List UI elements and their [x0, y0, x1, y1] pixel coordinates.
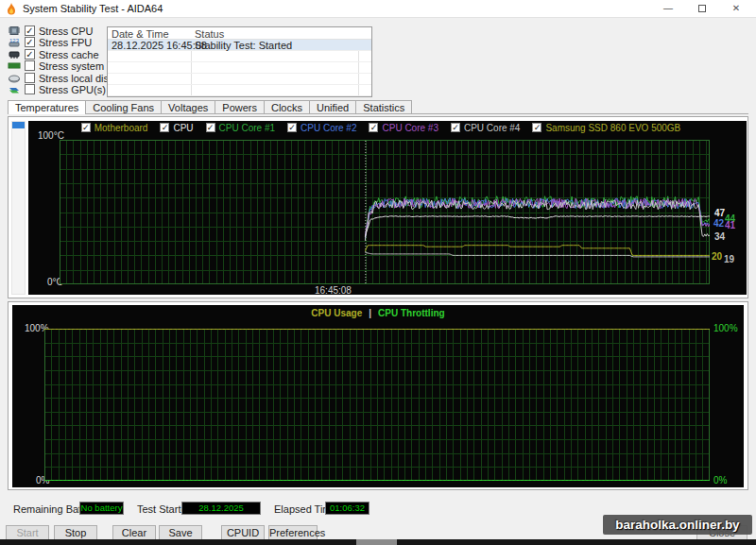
watermark: baraholka.onliner.by	[603, 515, 752, 535]
stress-option-label: Stress CPU	[39, 26, 93, 37]
cell-datetime: 28.12.2025 16:45:08	[112, 40, 207, 51]
temperature-graph-panel: ✓Motherboard✓CPU✓CPU Core #1✓CPU Core #2…	[8, 116, 748, 298]
tab-voltages[interactable]: Voltages	[161, 100, 215, 113]
tab-statistics[interactable]: Statistics	[355, 100, 412, 113]
current-value-label: 47	[714, 208, 725, 218]
time-marker-label: 16:45:08	[315, 285, 352, 296]
table-row-empty	[108, 51, 371, 62]
fpu-icon: 123	[8, 37, 21, 47]
stress-checkbox[interactable]: ✓	[25, 26, 35, 36]
table-header: Date & TimeStatus	[108, 27, 371, 40]
tab-cooling-fans[interactable]: Cooling Fans	[85, 100, 162, 113]
graph-legend: ✓Motherboard✓CPU✓CPU Core #1✓CPU Core #2…	[28, 122, 733, 133]
current-value-label: 42	[713, 218, 724, 229]
battery-value: No battery	[79, 502, 124, 515]
aida64-flame-icon	[6, 3, 17, 15]
legend-checkbox[interactable]: ✓	[81, 123, 91, 132]
usage-title-part: |	[369, 308, 371, 318]
legend-item: ✓CPU Core #1	[206, 123, 275, 133]
legend-checkbox[interactable]: ✓	[369, 123, 378, 132]
cpu-usage-graph-canvas: CPU Usage|CPU Throttling 100% 0% 100% 0%	[12, 305, 744, 487]
stress-checkbox[interactable]	[25, 84, 35, 94]
minimize-icon[interactable]: —	[652, 0, 684, 17]
current-value-label: 19	[724, 254, 734, 264]
legend-item: ✓CPU Core #3	[369, 123, 438, 133]
column-header-datetime[interactable]: Date & Time	[112, 28, 169, 40]
legend-label: CPU	[173, 123, 193, 133]
usage-graph-title: CPU Usage|CPU Throttling	[12, 308, 744, 318]
tab-temperatures[interactable]: Temperatures	[8, 100, 86, 114]
bottom-strip	[0, 539, 756, 545]
legend-label: Samsung SSD 860 EVO 500GB	[545, 123, 680, 133]
legend-label: Motherboard	[94, 123, 148, 133]
tab-clocks[interactable]: Clocks	[264, 100, 310, 113]
event-log-table: Date & TimeStatus28.12.2025 16:45:08Stab…	[107, 26, 372, 97]
usage-right-max-label: 100%	[713, 323, 738, 333]
disk-icon	[8, 73, 21, 83]
column-header-status[interactable]: Status	[195, 28, 224, 40]
temperature-plot	[60, 140, 710, 284]
legend-label: CPU Core #4	[464, 123, 520, 133]
stress-option-label: Stress GPU(s)	[39, 84, 106, 95]
cpu-usage-plot	[44, 329, 710, 481]
temperature-graph-canvas: ✓Motherboard✓CPU✓CPU Core #1✓CPU Core #2…	[28, 121, 747, 295]
elapsed-value: 01:06:32	[325, 502, 369, 515]
legend-label: CPU Core #1	[219, 123, 275, 133]
stress-checkbox[interactable]: ✓	[25, 37, 35, 47]
cache-icon	[8, 49, 21, 60]
legend-item: ✓Motherboard	[81, 123, 148, 133]
table-row-empty	[108, 62, 371, 74]
stress-option-label: Stress cache	[39, 49, 99, 60]
usage-right-min-label: 0%	[713, 475, 727, 485]
cell-status: Stability Test: Started	[195, 40, 292, 51]
legend-item: ✓CPU	[160, 123, 193, 133]
legend-label: CPU Core #3	[382, 123, 438, 133]
graph-vertical-scrollbar[interactable]	[11, 121, 26, 295]
current-value-label: 41	[725, 220, 735, 230]
legend-item: ✓CPU Core #4	[451, 123, 520, 133]
current-value-label: 20	[712, 251, 722, 262]
stress-checkbox[interactable]: ✓	[25, 49, 35, 60]
tab-bar: TemperaturesCooling FansVoltagesPowersCl…	[8, 100, 748, 114]
test-started-value: 28.12.2025 16:45:08	[181, 502, 261, 515]
stress-checkbox[interactable]	[25, 73, 35, 83]
stability-test-window: System Stability Test - AIDA64 — ✕ ✓Stre…	[0, 0, 756, 545]
legend-checkbox[interactable]: ✓	[532, 123, 541, 132]
table-row-empty	[108, 85, 371, 96]
bottom-scrollbar-thumb[interactable]	[356, 539, 397, 545]
tab-unified[interactable]: Unified	[309, 100, 356, 113]
table-row[interactable]: 28.12.2025 16:45:08Stability Test: Start…	[108, 40, 371, 51]
stress-checkbox[interactable]	[25, 60, 35, 71]
legend-checkbox[interactable]: ✓	[160, 123, 169, 132]
memory-icon	[8, 60, 21, 71]
close-icon[interactable]: ✕	[720, 0, 752, 17]
maximize-box	[698, 5, 706, 12]
legend-checkbox[interactable]: ✓	[206, 123, 215, 132]
window-title: System Stability Test - AIDA64	[23, 3, 163, 14]
legend-checkbox[interactable]: ✓	[287, 123, 297, 132]
tab-powers[interactable]: Powers	[215, 100, 265, 113]
legend-label: CPU Core #2	[301, 123, 356, 133]
usage-title-part: CPU Throttling	[378, 308, 445, 318]
scrollbar-thumb[interactable]	[12, 122, 25, 128]
gpu-icon	[8, 84, 21, 94]
maximize-icon[interactable]	[686, 0, 718, 17]
current-value-label: 34	[714, 231, 725, 242]
legend-checkbox[interactable]: ✓	[451, 123, 460, 132]
usage-title-part: CPU Usage	[311, 308, 362, 318]
svg-text:123: 123	[9, 38, 20, 43]
table-row-empty	[108, 74, 371, 85]
legend-item: ✓CPU Core #2	[287, 123, 356, 133]
cpu-usage-graph-panel: CPU Usage|CPU Throttling 100% 0% 100% 0%	[8, 301, 748, 490]
legend-item: ✓Samsung SSD 860 EVO 500GB	[532, 123, 680, 133]
title-bar: System Stability Test - AIDA64 — ✕	[0, 0, 756, 18]
cpu-icon	[8, 26, 21, 36]
stress-option-label: Stress FPU	[39, 37, 92, 48]
